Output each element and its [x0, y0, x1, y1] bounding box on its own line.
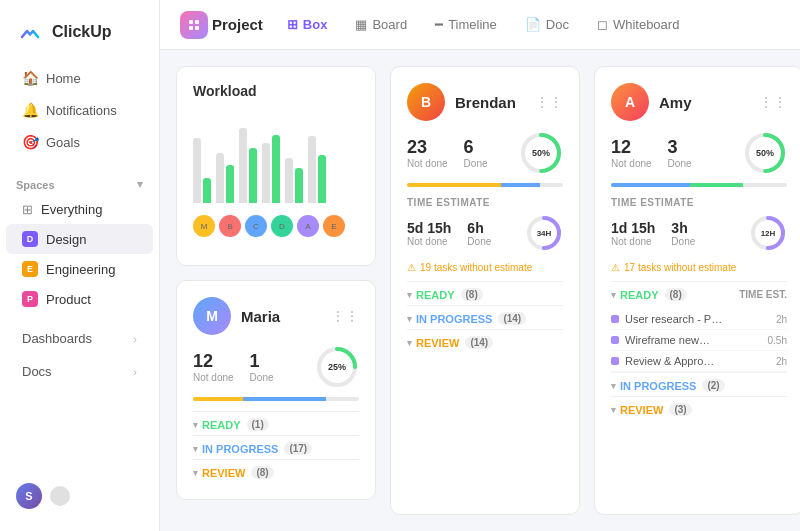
maria-ready-section[interactable]: ▾ READY (1) — [193, 411, 359, 435]
amy-card: A Amy ⋮⋮ 12 Not done 3 Done — [594, 66, 800, 515]
amy-header: A Amy ⋮⋮ — [611, 83, 787, 121]
amy-progress-bar — [611, 183, 787, 187]
expand-icon[interactable]: ⋮⋮ — [535, 94, 563, 110]
inprogress-count: (17) — [284, 442, 312, 455]
expand-icon[interactable]: ⋮⋮ — [331, 308, 359, 324]
not-done-stat: 12 Not done — [611, 137, 652, 169]
sidebar-item-design[interactable]: D Design — [6, 224, 153, 254]
ring-percent: 50% — [756, 148, 774, 158]
inprogress-label: IN PROGRESS — [416, 313, 492, 325]
task-item[interactable]: Review & Appro… 2h — [611, 351, 787, 372]
done-num: 1 — [250, 351, 274, 372]
chevron-down-icon: ▾ — [193, 468, 198, 478]
task-dot — [611, 315, 619, 323]
top-navigation: Project ⊞ Box ▦ Board ━ Timeline 📄 Doc ◻… — [160, 0, 800, 50]
project-icon — [180, 11, 208, 39]
brendan-review-section[interactable]: ▾ REVIEW (14) — [407, 329, 563, 353]
task-name: Review & Appro… — [625, 355, 770, 367]
project-title: Project — [212, 16, 263, 33]
amy-ready-section[interactable]: ▾ READY (8) TIME EST. — [611, 281, 787, 305]
sidebar-item-docs[interactable]: Docs › — [6, 355, 153, 388]
engineering-label: Engineering — [46, 262, 115, 277]
tab-doc[interactable]: 📄 Doc — [513, 11, 581, 38]
pb-green — [690, 183, 743, 187]
content-area: Workload — [160, 50, 800, 531]
brendan-warning[interactable]: ⚠ 19 tasks without estimate — [407, 262, 563, 273]
expand-icon[interactable]: ⋮⋮ — [759, 94, 787, 110]
maria-name: Maria — [241, 308, 280, 325]
time-val: 3h — [671, 220, 695, 236]
bottom-nav: Dashboards › Docs › — [0, 322, 159, 388]
done-num: 6 — [464, 137, 488, 158]
task-time: 2h — [776, 356, 787, 367]
brendan-time: 5d 15h Not done 6h Done 34H — [407, 214, 563, 252]
chevron-down-icon: ▾ — [611, 381, 616, 391]
svg-rect-2 — [195, 20, 199, 24]
amy-stats: 12 Not done 3 Done 50% — [611, 131, 787, 175]
task-name: User research - P… — [625, 313, 770, 325]
sidebar-item-home[interactable]: 🏠 Home — [6, 62, 153, 94]
task-item[interactable]: Wireframe new… 0.5h — [611, 330, 787, 351]
user-area[interactable]: S — [0, 473, 159, 519]
dashboards-label: Dashboards — [22, 331, 92, 346]
sidebar-item-notifications[interactable]: 🔔 Notifications — [6, 94, 153, 126]
amy-inprogress-section[interactable]: ▾ IN PROGRESS (2) — [611, 372, 787, 396]
brendan-progress-ring: 50% — [519, 131, 563, 175]
amy-avatar: A — [611, 83, 649, 121]
goals-icon: 🎯 — [22, 134, 38, 150]
avatar-secondary — [50, 486, 70, 506]
bar-group-4 — [262, 135, 280, 203]
home-icon: 🏠 — [22, 70, 38, 86]
product-dot: P — [22, 291, 38, 307]
ready-label: READY — [620, 289, 659, 301]
time-val: 6h — [467, 220, 491, 236]
tab-board[interactable]: ▦ Board — [343, 11, 419, 38]
whiteboard-icon: ◻ — [597, 17, 608, 32]
bar-gray — [285, 158, 293, 203]
tab-timeline[interactable]: ━ Timeline — [423, 11, 509, 38]
pb-blue — [243, 397, 326, 401]
sidebar: ClickUp 🏠 Home 🔔 Notifications 🎯 Goals S… — [0, 0, 160, 531]
warning-icon: ⚠ — [407, 262, 416, 273]
sidebar-item-everything[interactable]: ⊞ Everything — [6, 195, 153, 224]
amy-warning[interactable]: ⚠ 17 tasks without estimate — [611, 262, 787, 273]
time-estimate-label: TIME ESTIMATE — [611, 197, 787, 208]
sidebar-item-dashboards[interactable]: Dashboards › — [6, 322, 153, 355]
tab-box[interactable]: ⊞ Box — [275, 11, 340, 38]
engineering-dot: E — [22, 261, 38, 277]
time-est-col-header: TIME EST. — [739, 289, 787, 300]
not-done-label: Not done — [407, 158, 448, 169]
avatar: C — [245, 215, 267, 237]
not-done-stat: 23 Not done — [407, 137, 448, 169]
logo-area: ClickUp — [0, 12, 159, 62]
done-stat: 6 Done — [464, 137, 488, 169]
brendan-inprogress-section[interactable]: ▾ IN PROGRESS (14) — [407, 305, 563, 329]
product-label: Product — [46, 292, 91, 307]
brendan-stats: 23 Not done 6 Done 50% — [407, 131, 563, 175]
bar-gray — [262, 143, 270, 203]
bar-green — [272, 135, 280, 203]
brendan-ready-section[interactable]: ▾ READY (8) — [407, 281, 563, 305]
grid-icon: ⊞ — [22, 202, 33, 217]
task-item[interactable]: User research - P… 2h — [611, 309, 787, 330]
tab-whiteboard[interactable]: ◻ Whiteboard — [585, 11, 691, 38]
sidebar-item-engineering[interactable]: E Engineering — [6, 254, 153, 284]
avatar: A — [297, 215, 319, 237]
done-label: Done — [464, 158, 488, 169]
chevron-down-icon[interactable]: ▾ — [137, 178, 143, 191]
time-ring-label: 34H — [537, 229, 552, 238]
not-done-num: 12 — [611, 137, 652, 158]
done-label: Done — [668, 158, 692, 169]
maria-inprogress-section[interactable]: ▾ IN PROGRESS (17) — [193, 435, 359, 459]
sidebar-item-goals[interactable]: 🎯 Goals — [6, 126, 153, 158]
maria-review-section[interactable]: ▾ REVIEW (8) — [193, 459, 359, 483]
amy-progress-ring: 50% — [743, 131, 787, 175]
brendan-progress-bar — [407, 183, 563, 187]
timeline-icon: ━ — [435, 17, 443, 32]
bar-green — [226, 165, 234, 203]
maria-header: M Maria ⋮⋮ — [193, 297, 359, 335]
avatar: B — [219, 215, 241, 237]
sidebar-item-product[interactable]: P Product — [6, 284, 153, 314]
not-done-label: Not done — [193, 372, 234, 383]
amy-review-section[interactable]: ▾ REVIEW (3) — [611, 396, 787, 420]
